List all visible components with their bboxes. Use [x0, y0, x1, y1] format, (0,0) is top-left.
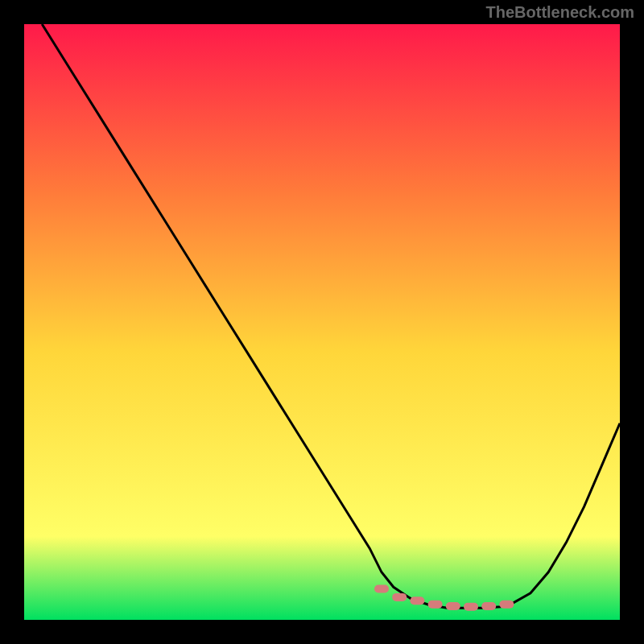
attribution-label: TheBottleneck.com [486, 3, 634, 22]
optimal-marker [446, 602, 460, 610]
optimal-marker [428, 601, 443, 609]
plot-area [24, 24, 620, 620]
plot-lines [24, 24, 620, 620]
optimal-marker [481, 602, 496, 610]
bottleneck-curve [42, 24, 620, 608]
optimal-marker [374, 585, 389, 593]
optimal-marker [392, 593, 407, 601]
optimal-marker [464, 603, 478, 611]
optimal-marker [410, 597, 424, 605]
optimal-marker [499, 601, 514, 609]
